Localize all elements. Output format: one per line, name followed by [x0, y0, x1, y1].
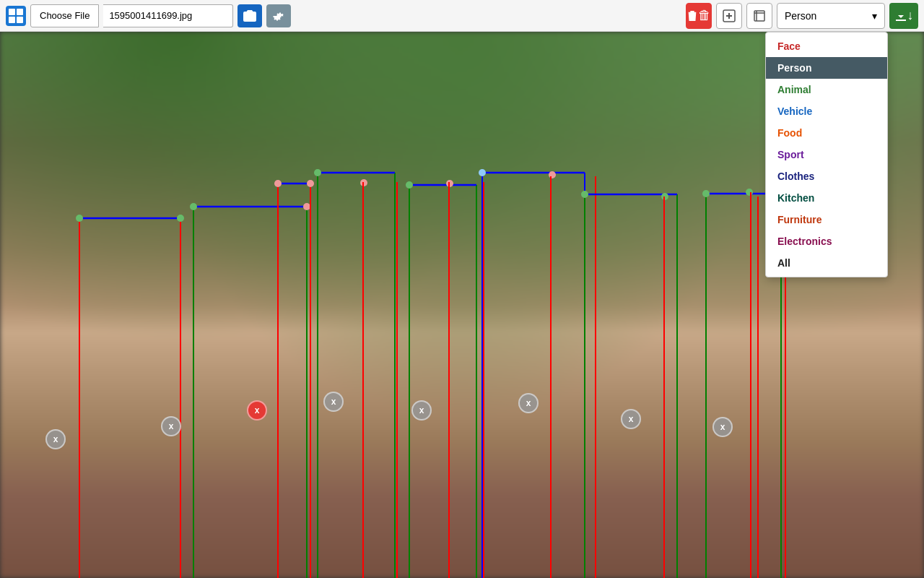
dropdown-item-all[interactable]: All [766, 252, 887, 274]
toolbar: Choose File 🗑 P [0, 0, 924, 32]
annotation-delete-7[interactable]: x [621, 409, 641, 429]
crop-button[interactable] [746, 3, 772, 29]
svg-rect-0 [9, 9, 15, 15]
annotation-delete-6[interactable]: x [518, 393, 539, 413]
dropdown-arrow-icon: ▾ [872, 10, 877, 22]
dropdown-item-animal[interactable]: Animal [766, 79, 887, 100]
dropdown-menu: FacePersonAnimalVehicleFoodSportClothesK… [765, 32, 888, 277]
dropdown-item-face[interactable]: Face [766, 35, 887, 57]
dropdown-item-sport[interactable]: Sport [766, 144, 887, 165]
dropdown-item-vehicle[interactable]: Vehicle [766, 100, 887, 122]
add-box-button[interactable] [716, 3, 742, 29]
annotation-delete-1[interactable]: x [45, 429, 66, 449]
download-button[interactable]: ↓ [889, 3, 918, 29]
delete-button[interactable]: 🗑 [686, 3, 712, 29]
category-select-button[interactable]: Person ▾ [777, 3, 885, 29]
camera-button[interactable] [237, 4, 262, 27]
selected-category-label: Person [785, 10, 816, 22]
annotation-delete-2[interactable]: x [161, 416, 181, 436]
app-logo [6, 6, 26, 26]
dropdown-item-electronics[interactable]: Electronics [766, 230, 887, 252]
svg-rect-2 [9, 17, 15, 23]
svg-rect-1 [17, 9, 23, 15]
file-name-input[interactable] [103, 4, 233, 27]
dropdown-item-clothes[interactable]: Clothes [766, 165, 887, 187]
dropdown-item-food[interactable]: Food [766, 122, 887, 144]
annotation-delete-3[interactable]: x [247, 400, 267, 420]
dropdown-item-furniture[interactable]: Furniture [766, 209, 887, 230]
choose-file-button[interactable]: Choose File [30, 4, 99, 27]
annotation-delete-8[interactable]: x [712, 417, 733, 437]
annotation-delete-5[interactable]: x [411, 400, 432, 420]
annotation-delete-4[interactable]: x [323, 392, 344, 412]
category-dropdown[interactable]: Person ▾ [777, 3, 885, 29]
svg-rect-6 [754, 11, 764, 21]
settings-button[interactable] [266, 4, 291, 27]
svg-rect-3 [17, 17, 23, 23]
dropdown-item-person[interactable]: Person [766, 57, 887, 79]
dropdown-item-kitchen[interactable]: Kitchen [766, 187, 887, 209]
